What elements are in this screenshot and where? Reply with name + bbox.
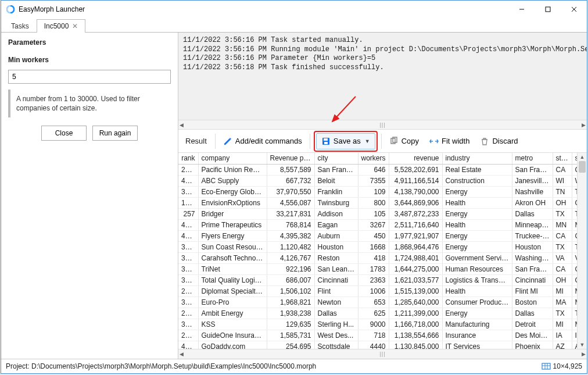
column-header[interactable]: industry [442,153,512,164]
min-workers-input[interactable] [8,70,171,84]
status-bar: Project: D:\Documents\Projects\morph3\Mo… [1,359,587,373]
cell: Franklin [314,186,358,197]
table-row[interactable]: 2377Diplomat Specialty P...1,506,102Flin… [178,285,577,297]
table-row[interactable]: 3917KSS129,635Sterling H...90001,166,718… [178,319,577,330]
cell: Massach [572,297,577,308]
column-header[interactable]: rank [178,153,198,164]
column-header[interactable]: workers [358,153,389,164]
close-params-button[interactable]: Close [41,126,87,141]
discard-button[interactable]: Discard [475,133,523,149]
result-grid-wrap: rankcompanyRevenue per...cityworkersreve… [178,153,587,349]
cell: 3821 [178,263,198,274]
cell: 1,138,554,666 [389,330,442,341]
cell: Pacific Union Real E... [198,164,267,175]
grid-header-row[interactable]: rankcompanyRevenue per...cityworkersreve… [178,153,577,164]
status-dimensions: 10×4,925 [542,362,582,371]
cell: Energy [442,230,512,241]
table-row[interactable]: 4676GoDaddy.com254,695Scottsdale44401,13… [178,341,577,349]
table-row[interactable]: 2074Ambit Energy1,938,238Dallas6251,211,… [178,308,577,319]
cell: Californ [572,263,577,274]
table-row[interactable]: 2919GuideOne Insurance1,585,731West Des.… [178,330,577,341]
column-header[interactable]: company [198,153,267,164]
cell: 2663 [178,164,198,175]
close-button[interactable] [561,1,587,18]
cell: 109 [358,186,389,197]
add-edit-commands-button[interactable]: Add/edit commands [218,133,307,149]
tab-close-icon[interactable]: ✕ [72,23,78,30]
copy-button[interactable]: Copy [384,133,424,149]
cell: 5,528,202,691 [389,164,442,175]
cell: TN [553,186,572,197]
scroll-up-icon[interactable]: ▲ [580,154,585,160]
scroll-left-icon[interactable]: ◀ [180,122,184,128]
cell: 1,506,102 [267,285,314,297]
vertical-scrollbar[interactable]: ▲ ▼ [577,153,587,349]
column-header[interactable]: metro [512,153,553,164]
scroll-left-icon[interactable]: ◀ [180,351,184,357]
cell: Cincinnati [314,274,358,285]
column-header[interactable]: state_lo [572,153,577,164]
table-row[interactable]: 1983EnvisionRxOptions4,556,087Twinsburg8… [178,197,577,208]
cell: 3958 [178,297,198,308]
cell: MI [553,319,572,330]
cell: EnvisionRxOptions [198,197,267,208]
save-as-button[interactable]: Save as ▼ [316,133,375,149]
maximize-button[interactable] [535,1,561,18]
min-workers-label: Min workers [8,56,171,64]
cell: CA [553,164,572,175]
cell: 1,724,988,401 [389,252,442,263]
table-row[interactable]: 2663Pacific Union Real E...8,557,589San … [178,164,577,175]
scroll-right-icon[interactable]: ▶ [582,122,586,128]
result-label: Result [183,137,213,145]
horizontal-scrollbar[interactable]: ◀ ||| ▶ [178,349,587,359]
column-header[interactable]: city [314,153,358,164]
run-again-button[interactable]: Run again [92,126,138,141]
button-label: Discard [492,137,518,145]
tab-inc5000[interactable]: Inc5000 ✕ [37,19,86,33]
scroll-thumb[interactable] [579,161,586,173]
pencil-icon [223,137,232,146]
cell: 1,130,845,000 [389,341,442,349]
column-header[interactable]: revenue [389,153,442,164]
param-buttons: Close Run again [8,126,171,141]
cell: ABC Supply [198,175,267,186]
result-grid[interactable]: rankcompanyRevenue per...cityworkersreve… [178,153,577,349]
cell: Real Estate [442,164,512,175]
cell: 667,732 [267,175,314,186]
table-row[interactable]: 4950ABC Supply667,732Beloit73554,911,166… [178,175,577,186]
minimize-button[interactable] [508,1,535,18]
cell: Michiga [572,285,577,297]
scroll-right-icon[interactable]: ▶ [582,351,586,357]
cell: Logistics & Transpo... [442,274,512,285]
cell: Minneapo... [512,219,553,230]
cell: 1983 [178,197,198,208]
table-row[interactable]: 3821TriNet922,196San Leandro17831,644,27… [178,263,577,274]
table-row[interactable]: 3426Sun Coast Resources1,120,482Houston1… [178,241,577,252]
cell: Houston [512,241,553,252]
scroll-grip-icon: ||| [379,351,385,357]
window-title: EasyMorph Launcher [19,5,508,13]
scroll-down-icon[interactable]: ▼ [580,342,585,348]
svg-rect-6 [324,138,328,141]
table-row[interactable]: 4204Flyers Energy4,395,382Auburn4501,977… [178,230,577,241]
table-row[interactable]: 3241Carahsoft Technology4,126,767Reston4… [178,252,577,263]
column-header[interactable]: stat... [553,153,572,164]
cell: 105 [358,208,389,219]
table-row[interactable]: 3691Eco-Energy Global B...37,970,550Fran… [178,186,577,197]
cell: 1,285,640,000 [389,297,442,308]
tab-tasks[interactable]: Tasks [3,19,37,33]
cell: Energy [442,208,512,219]
table-row[interactable]: 4619Prime Therapeutics768,814Eagan32672,… [178,219,577,230]
log-scrollbar[interactable]: ◀ ||| ▶ [178,120,587,130]
table-row[interactable]: 3131Total Quality Logistics686,007Cincin… [178,274,577,285]
fit-width-button[interactable]: Fit width [424,133,475,149]
cell: 4,126,767 [267,252,314,263]
cell: 718 [358,330,389,341]
cell: 1,968,821 [267,297,314,308]
window-buttons [508,1,587,18]
cell: Prime Therapeutics [198,219,267,230]
table-row[interactable]: 3958Euro-Pro1,968,821Newton6531,285,640,… [178,297,577,308]
column-header[interactable]: Revenue per... [267,153,314,164]
table-row[interactable]: 257Bridger33,217,831Addison1053,487,872,… [178,208,577,219]
cell: 4950 [178,175,198,186]
